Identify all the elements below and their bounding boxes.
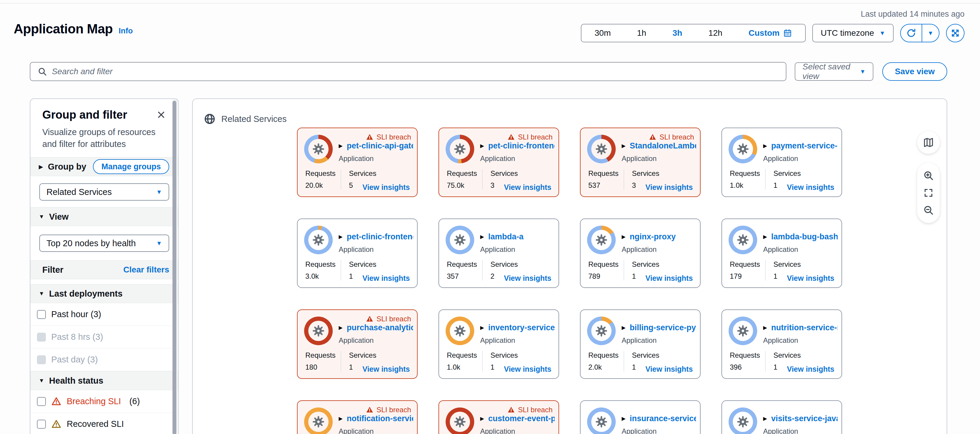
search-input[interactable] (52, 67, 779, 76)
save-view-button[interactable]: Save view (882, 62, 947, 81)
health-ring (587, 407, 616, 434)
service-name-link[interactable]: notification-service-java (347, 414, 413, 423)
search-box (30, 62, 786, 81)
service-type-label: Application (763, 336, 798, 345)
fullscreen-button[interactable] (923, 188, 934, 198)
time-range-1h[interactable]: 1h (624, 24, 659, 42)
node-expander-icon: ▶ (339, 415, 342, 422)
health-filter-list: Breaching SLI(6)Recovered SLI (30, 390, 178, 434)
sidebar-scrollbar-track (172, 100, 178, 434)
service-card[interactable]: ▶ pet-clinic-frontend-java Application R… (297, 219, 418, 288)
zoom-out-button[interactable] (923, 205, 934, 215)
sli-breach-label: SLI breach (518, 133, 552, 141)
service-name-link[interactable]: pet-clinic-api-gateway (347, 141, 413, 150)
service-card[interactable]: ▶ lambda-bug-bash Application Requests 1… (721, 219, 842, 288)
top-divider (0, 3, 980, 3)
minimap-button[interactable] (917, 131, 940, 154)
warning-triangle-icon (649, 133, 657, 141)
view-section-header[interactable]: ▼ View (30, 207, 178, 226)
view-insights-link[interactable]: View insights (504, 365, 551, 373)
zoom-in-button[interactable] (923, 170, 934, 181)
node-expander-icon: ▶ (480, 415, 484, 422)
view-insights-link[interactable]: View insights (646, 274, 693, 282)
group-by-select[interactable]: Related Services ▼ (39, 183, 169, 201)
checkbox[interactable] (37, 420, 46, 429)
warning-triangle-icon (366, 315, 374, 323)
time-range-30m[interactable]: 30m (581, 24, 624, 42)
view-insights-link[interactable]: View insights (787, 274, 834, 282)
view-insights-link[interactable]: View insights (504, 274, 551, 282)
service-card[interactable]: SLI breach (580, 128, 701, 197)
view-select[interactable]: Top 20 nodes by health ▼ (39, 235, 169, 252)
service-name-link[interactable]: pet-clinic-frontend-ec... (488, 141, 555, 150)
group-by-header[interactable]: ▶ Group by Manage groups (30, 157, 178, 176)
service-card[interactable]: ▶ billing-service-python Application Req… (580, 310, 701, 379)
service-card[interactable]: SLI breach (439, 400, 559, 434)
service-name-link[interactable]: inventory-service-java (488, 323, 555, 332)
timezone-select[interactable]: UTC timezone ▼ (812, 24, 894, 42)
service-card[interactable]: SLI breach (297, 400, 418, 434)
manage-groups-button[interactable]: Manage groups (93, 159, 169, 174)
service-name-link[interactable]: customer-event-proce... (488, 414, 555, 423)
health-ring (729, 135, 757, 163)
service-card[interactable]: ▶ nginx-proxy Application Requests 789 S… (580, 219, 701, 288)
service-name-link[interactable]: lambda-bug-bash (771, 232, 838, 241)
view-insights-link[interactable]: View insights (504, 183, 551, 191)
service-type-label: Application (763, 245, 798, 254)
service-card[interactable]: SLI breach (297, 128, 418, 197)
service-name-link[interactable]: insurance-service-pyth... (630, 414, 696, 423)
chevron-down-icon: ▼ (928, 30, 934, 36)
panel-title: Group and filter (42, 108, 127, 121)
service-name-link[interactable]: lambda-a (488, 232, 523, 241)
globe-icon (204, 113, 216, 125)
health-filter-label: Breaching SLI (67, 396, 121, 406)
requests-label: Requests (730, 260, 760, 268)
clear-filters-link[interactable]: Clear filters (123, 265, 169, 274)
time-range-3h[interactable]: 3h (660, 24, 695, 42)
service-card[interactable]: SLI breach (297, 310, 418, 379)
service-name-link[interactable]: payment-service-dotnet (771, 141, 838, 150)
view-insights-link[interactable]: View insights (363, 274, 410, 282)
filter-header: Filter Clear filters (30, 260, 178, 279)
view-insights-link[interactable]: View insights (646, 365, 693, 373)
view-insights-link[interactable]: View insights (787, 183, 834, 191)
view-insights-link[interactable]: View insights (363, 183, 410, 191)
service-card[interactable]: ▶ lambda-a Application Requests 357 Serv… (439, 219, 559, 288)
service-name-link[interactable]: nutrition-service-nodejs (771, 323, 838, 332)
view-insights-link[interactable]: View insights (787, 365, 834, 373)
checkbox[interactable] (37, 310, 46, 319)
saved-view-select[interactable]: Select saved view ▼ (795, 62, 873, 81)
info-link[interactable]: Info (119, 26, 133, 35)
service-card[interactable]: ▶ visits-service-java Application Reques… (721, 400, 842, 434)
time-range-12h[interactable]: 12h (695, 24, 735, 42)
view-insights-link[interactable]: View insights (646, 183, 693, 191)
service-name-link[interactable]: purchase-analytics-en... (347, 323, 413, 332)
health-ring (445, 407, 474, 434)
service-card[interactable]: ▶ payment-service-dotnet Application Req… (721, 128, 842, 197)
service-card[interactable]: ▶ nutrition-service-nodejs Application R… (721, 310, 842, 379)
service-type-label: Application (480, 155, 515, 163)
service-name-link[interactable]: pet-clinic-frontend-java (347, 232, 413, 241)
checkbox[interactable] (37, 397, 46, 406)
service-type-label: Application (339, 336, 374, 345)
deployment-filter-row: Past 8 hrs (3) (30, 326, 178, 348)
health-status-header[interactable]: ▼ Health status (30, 371, 178, 390)
service-name-link[interactable]: visits-service-java (771, 414, 838, 423)
service-type-label: Application (339, 427, 374, 434)
service-card[interactable]: ▶ insurance-service-pyth... Application … (580, 400, 701, 434)
sidebar-scrollbar-thumb[interactable] (172, 101, 177, 434)
requests-label: Requests (588, 351, 618, 359)
refresh-options-button[interactable]: ▼ (922, 24, 939, 42)
service-name-link[interactable]: billing-service-python (630, 323, 696, 332)
service-name-link[interactable]: nginx-proxy (630, 232, 676, 241)
refresh-button[interactable] (901, 24, 922, 42)
view-insights-link[interactable]: View insights (363, 365, 410, 373)
service-name-link[interactable]: StandaloneLambda (630, 141, 696, 150)
gear-icon (312, 415, 325, 428)
last-deployments-header[interactable]: ▼ Last deployments (30, 284, 178, 303)
close-panel-button[interactable] (155, 108, 167, 122)
time-range-custom[interactable]: Custom (735, 24, 805, 42)
service-card[interactable]: ▶ inventory-service-java Application Req… (439, 310, 559, 379)
fit-to-screen-button[interactable] (946, 24, 964, 42)
service-card[interactable]: SLI breach (439, 128, 559, 197)
